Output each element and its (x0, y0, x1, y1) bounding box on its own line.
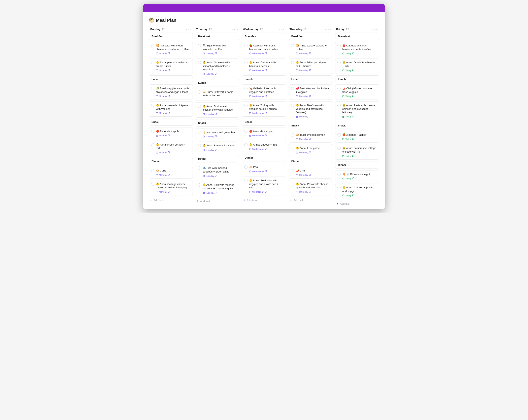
task-card[interactable]: 👶 Anna: Pasta with cheese, spinach and a… (335, 101, 379, 120)
add-task-button[interactable]: +Add task (242, 197, 286, 202)
task-checkbox[interactable] (151, 130, 154, 133)
task-checkbox[interactable] (291, 61, 294, 64)
add-task-button[interactable]: +Add task (149, 197, 193, 202)
task-checkbox[interactable] (291, 147, 294, 150)
section-header[interactable]: Snack (196, 119, 240, 127)
task-card[interactable]: 👶 Anna: Pasta with cheese, spinach and a… (289, 180, 333, 195)
task-card[interactable]: 🍎 Almonds + appleMonday (149, 127, 193, 139)
task-checkbox[interactable] (198, 61, 201, 64)
section-header[interactable]: Breakfast (289, 33, 333, 40)
task-checkbox[interactable] (151, 61, 154, 64)
task-checkbox[interactable] (244, 87, 248, 90)
section-header[interactable]: Dinner (196, 155, 240, 163)
task-checkbox[interactable] (291, 183, 294, 186)
task-card[interactable]: 🥬 Fresh veggies salad with chickpeas and… (149, 84, 193, 100)
task-card[interactable]: 🍓 Oatmeal with fresh berries and nuts + … (335, 42, 379, 57)
column-menu-icon[interactable]: ∘∘∘ (185, 28, 192, 31)
section-header[interactable]: Snack (335, 122, 379, 129)
task-card[interactable]: 🌶️ ChiliThursday (289, 167, 333, 178)
task-card[interactable]: 👶 Anna: Beef stew with veggies and brown… (289, 101, 333, 120)
section-header[interactable]: Dinner (289, 158, 333, 165)
task-checkbox[interactable] (337, 186, 341, 189)
task-checkbox[interactable] (151, 169, 154, 172)
task-card[interactable]: 👶 Anna: Fruit pureeThursday (289, 144, 333, 156)
task-checkbox[interactable] (337, 133, 341, 137)
section-header[interactable]: Breakfast (149, 33, 193, 40)
task-card[interactable]: 👶 Anna: Fresh berries + milkMonday (149, 141, 193, 156)
task-card[interactable]: 👶 Anna: pancake with sour cream + milkMo… (149, 58, 193, 74)
task-card[interactable]: 🍳 Eggs + toast with avocado + coffeeTues… (196, 42, 240, 57)
task-card[interactable]: 👶 Anna: Omelette + berries + milkToday (335, 58, 379, 74)
task-checkbox[interactable] (291, 44, 294, 47)
task-checkbox[interactable] (291, 104, 294, 107)
section-header[interactable]: Snack (289, 122, 333, 129)
task-card[interactable]: 👶 Anna: homemade cottage cheese with fru… (335, 144, 379, 159)
section-header[interactable]: Dinner (335, 161, 379, 169)
add-task-button[interactable]: +Add task (335, 200, 379, 206)
section-header[interactable]: Lunch (335, 75, 379, 83)
task-checkbox[interactable] (244, 61, 248, 64)
task-checkbox[interactable] (151, 87, 154, 90)
task-checkbox[interactable] (291, 87, 294, 90)
task-card[interactable]: 🌶️ Chili (leftover) + some fresh veggies… (335, 84, 379, 100)
task-card[interactable]: 👶 Anna: Chicken + potato and veggiesToda… (335, 184, 379, 199)
task-checkbox[interactable] (291, 169, 294, 172)
task-card[interactable]: 🍕 🍷 Pizza/sushi nightToday (335, 170, 379, 182)
section-header[interactable]: Snack (242, 118, 286, 126)
section-header[interactable]: Lunch (149, 75, 193, 83)
task-card[interactable]: 👶 Anna: Cottage cheese casserole with fr… (149, 180, 193, 195)
task-checkbox[interactable] (244, 104, 248, 107)
task-card[interactable]: 🥪 Toast smoked salmonThursday (289, 131, 333, 143)
task-card[interactable]: 🥞 Pancake with cream cheese and salmon +… (149, 42, 193, 57)
task-checkbox[interactable] (337, 61, 341, 64)
task-card[interactable]: 🍦 Ice cream and green teaTuesday (196, 128, 240, 140)
add-task-button[interactable]: +Add task (289, 197, 333, 202)
task-card[interactable]: 🍛 CurryMonday (149, 167, 193, 178)
task-card[interactable]: 🍜 PhoWednesday (242, 163, 286, 175)
task-checkbox[interactable] (151, 183, 154, 186)
task-checkbox[interactable] (198, 91, 201, 94)
section-header[interactable]: Breakfast (335, 33, 379, 40)
task-checkbox[interactable] (198, 166, 201, 170)
task-card[interactable]: 👶 Anna: Buckwheat + chicken stew with ve… (196, 102, 240, 118)
task-card[interactable]: 👶 Anna: Omelette with spinach and tomato… (196, 58, 240, 77)
task-card[interactable]: 👶 Anna: Millet porridge + milk + berries… (289, 58, 333, 74)
task-card[interactable]: 👶 Anna: Banana & avocadoTuesday (196, 141, 240, 153)
section-header[interactable]: Breakfast (242, 33, 286, 40)
task-checkbox[interactable] (244, 165, 248, 169)
section-header[interactable]: Lunch (289, 75, 333, 83)
task-card[interactable]: 👶 Anna: stewed chickpeas with veggiesMon… (149, 101, 193, 117)
task-checkbox[interactable] (198, 131, 201, 134)
task-card[interactable]: 🍓 Oatmeal with fresh berries and nuts + … (242, 42, 286, 57)
section-header[interactable]: Breakfast (196, 33, 240, 40)
task-card[interactable]: 👶 Anna: Beef stew with veggies and brown… (242, 176, 286, 195)
section-header[interactable]: Lunch (196, 79, 240, 86)
task-card[interactable]: 🐟 Fish with mashed potatoes + green sala… (196, 164, 240, 179)
column-menu-icon[interactable]: ∘∘∘ (232, 28, 239, 31)
task-checkbox[interactable] (198, 183, 201, 187)
task-checkbox[interactable] (198, 105, 201, 108)
task-checkbox[interactable] (151, 104, 154, 107)
section-header[interactable]: Dinner (149, 158, 193, 165)
task-card[interactable]: 👶 Anna: Turkey with veggies sauce + quin… (242, 101, 286, 117)
task-card[interactable]: 🍗 Grilled chicken with veggies and potat… (242, 84, 286, 100)
task-card[interactable]: 🍎 Almonds + appleWednesday (242, 127, 286, 139)
task-checkbox[interactable] (337, 104, 341, 107)
task-checkbox[interactable] (244, 44, 248, 47)
task-card[interactable]: 🍎 Almonds + appleToday (335, 131, 379, 143)
task-checkbox[interactable] (198, 144, 201, 147)
column-menu-icon[interactable]: ∘∘∘ (278, 28, 285, 31)
task-checkbox[interactable] (337, 44, 341, 47)
task-card[interactable]: 👶 Anna: Oatmeal with banana + berriesWed… (242, 58, 286, 74)
task-card[interactable]: 🥩 Beef stew and buckwheat + veggiesThurs… (289, 84, 333, 100)
task-checkbox[interactable] (337, 147, 341, 150)
task-checkbox[interactable] (244, 179, 248, 182)
task-checkbox[interactable] (198, 44, 201, 47)
add-task-button[interactable]: +Add task (196, 198, 240, 203)
task-checkbox[interactable] (244, 130, 248, 133)
task-checkbox[interactable] (291, 133, 294, 137)
task-card[interactable]: 🍛 Curry (leftover) + some fruits or berr… (196, 88, 240, 101)
task-card[interactable]: 👶 Anna: Fish with mashed potatoes + stew… (196, 181, 240, 196)
section-header[interactable]: Snack (149, 118, 193, 126)
task-checkbox[interactable] (337, 173, 341, 176)
